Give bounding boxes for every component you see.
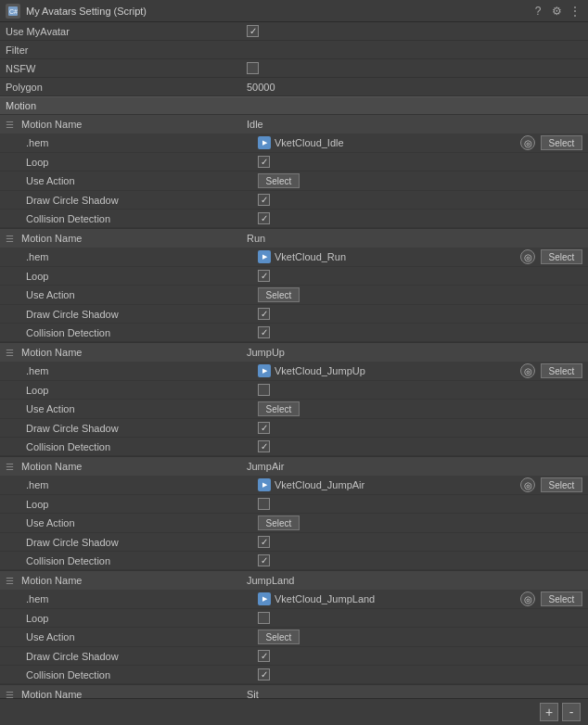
loop-checkbox-motion-jumpland[interactable] (258, 612, 270, 624)
motion-name-value-motion-jumpland: JumpLand (247, 575, 294, 586)
hem-label-motion-idle: .hem (17, 137, 258, 148)
motion-name-label-motion-run: Motion Name (21, 233, 82, 244)
motion-name-row-motion-idle: ☰Motion NameIdle (0, 115, 588, 134)
collision-detection-checkbox-motion-idle[interactable] (258, 212, 270, 224)
collision-detection-row-motion-jumpland: Collision Detection (0, 666, 588, 684)
checkbox-use-my-avatar[interactable] (247, 25, 259, 37)
motion-name-row-motion-jumpland: ☰Motion NameJumpLand (0, 571, 588, 590)
hem-icon-motion-jumpair: ▶ (258, 478, 271, 491)
loop-row-motion-jumpair: Loop (0, 495, 588, 514)
draw-circle-shadow-checkbox-motion-jumpair[interactable] (258, 536, 270, 548)
loop-row-motion-jumpland: Loop (0, 609, 588, 628)
motion-name-row-motion-jumpair: ☰Motion NameJumpAir (0, 457, 588, 476)
loop-checkbox-motion-idle[interactable] (258, 156, 270, 168)
collision-detection-label-motion-jumpland: Collision Detection (17, 669, 258, 680)
drag-handle-motion-idle[interactable]: ☰ (6, 120, 14, 130)
hem-target-btn-motion-jumpup[interactable]: ◎ (520, 363, 535, 378)
hem-name-motion-run: VketCloud_Run (275, 251, 517, 262)
checkbox-nsfw[interactable] (247, 62, 259, 74)
use-action-row-motion-run: Use ActionSelect (0, 286, 588, 305)
collision-detection-checkbox-motion-jumpup[interactable] (258, 440, 270, 452)
collision-detection-row-motion-jumpair: Collision Detection (0, 552, 588, 570)
hem-target-btn-motion-jumpland[interactable]: ◎ (520, 591, 535, 606)
row-use-my-avatar: Use MyAvatar (0, 22, 588, 41)
draw-circle-shadow-checkbox-motion-run[interactable] (258, 308, 270, 320)
hem-label-motion-jumpair: .hem (17, 479, 258, 490)
use-action-row-motion-jumpair: Use ActionSelect (0, 514, 588, 533)
label-nsfw: NSFW (6, 63, 247, 74)
hem-label-motion-jumpland: .hem (17, 593, 258, 604)
draw-circle-shadow-checkbox-motion-idle[interactable] (258, 194, 270, 206)
hem-row-motion-idle: .hem▶VketCloud_Idle◎Select (0, 134, 588, 153)
motion-group-motion-jumpup: ☰Motion NameJumpUp.hem▶VketCloud_JumpUp◎… (0, 343, 588, 457)
motion-name-label-motion-jumpup: Motion Name (21, 347, 82, 358)
hem-row-motion-jumpair: .hem▶VketCloud_JumpAir◎Select (0, 476, 588, 495)
draw-circle-shadow-label-motion-jumpair: Draw Circle Shadow (17, 537, 258, 548)
use-action-label-motion-jumpland: Use Action (17, 631, 258, 642)
loop-label-motion-run: Loop (17, 271, 258, 282)
use-action-label-motion-jumpair: Use Action (17, 517, 258, 528)
hem-select-btn-motion-run[interactable]: Select (541, 249, 582, 264)
use-action-select-btn-motion-idle[interactable]: Select (258, 173, 300, 188)
collision-detection-label-motion-run: Collision Detection (17, 327, 258, 338)
hem-icon-motion-jumpup: ▶ (258, 364, 271, 377)
motion-name-value-motion-run: Run (247, 233, 265, 244)
hem-target-btn-motion-jumpair[interactable]: ◎ (520, 477, 535, 492)
hem-icon-motion-idle: ▶ (258, 136, 271, 149)
hem-target-btn-motion-idle[interactable]: ◎ (520, 135, 535, 150)
draw-circle-shadow-checkbox-motion-jumpup[interactable] (258, 422, 270, 434)
draw-circle-shadow-row-motion-jumpair: Draw Circle Shadow (0, 533, 588, 552)
motion-name-row-motion-run: ☰Motion NameRun (0, 229, 588, 248)
use-action-select-btn-motion-run[interactable]: Select (258, 287, 300, 302)
drag-handle-motion-jumpup[interactable]: ☰ (6, 348, 14, 358)
help-button[interactable]: ? (530, 4, 545, 19)
use-action-label-motion-idle: Use Action (17, 175, 258, 186)
use-action-row-motion-jumpland: Use ActionSelect (0, 628, 588, 647)
collision-detection-row-motion-idle: Collision Detection (0, 210, 588, 228)
title-bar: C# My Avatars Setting (Script) ? ⚙ ⋮ (0, 0, 588, 22)
motion-group-motion-idle: ☰Motion NameIdle.hem▶VketCloud_Idle◎Sele… (0, 115, 588, 229)
hem-select-btn-motion-jumpair[interactable]: Select (541, 477, 582, 492)
draw-circle-shadow-row-motion-jumpup: Draw Circle Shadow (0, 419, 588, 438)
use-action-select-btn-motion-jumpair[interactable]: Select (258, 515, 300, 530)
bottom-bar: + - (0, 698, 588, 725)
hem-name-motion-idle: VketCloud_Idle (275, 137, 517, 148)
settings-button[interactable]: ⚙ (549, 4, 564, 19)
loop-checkbox-motion-run[interactable] (258, 270, 270, 282)
hem-name-motion-jumpland: VketCloud_JumpLand (275, 593, 517, 604)
hem-icon-motion-jumpland: ▶ (258, 592, 271, 605)
use-action-select-btn-motion-jumpland[interactable]: Select (258, 630, 300, 644)
hem-name-motion-jumpup: VketCloud_JumpUp (275, 365, 517, 376)
draw-circle-shadow-label-motion-jumpup: Draw Circle Shadow (17, 423, 258, 434)
svg-text:C#: C# (9, 8, 18, 15)
hem-select-btn-motion-jumpup[interactable]: Select (541, 363, 582, 378)
loop-checkbox-motion-jumpup[interactable] (258, 384, 270, 396)
value-polygon: 50000 (247, 82, 275, 93)
use-action-select-btn-motion-jumpup[interactable]: Select (258, 401, 300, 416)
loop-row-motion-run: Loop (0, 267, 588, 286)
use-action-label-motion-jumpup: Use Action (17, 403, 258, 414)
drag-handle-motion-jumpair[interactable]: ☰ (6, 462, 14, 472)
row-nsfw: NSFW (0, 59, 588, 78)
drag-handle-motion-run[interactable]: ☰ (6, 234, 14, 244)
draw-circle-shadow-checkbox-motion-jumpland[interactable] (258, 650, 270, 662)
hem-target-btn-motion-run[interactable]: ◎ (520, 249, 535, 264)
collision-detection-label-motion-idle: Collision Detection (17, 213, 258, 224)
motion-name-value-motion-jumpair: JumpAir (247, 461, 284, 472)
loop-checkbox-motion-jumpair[interactable] (258, 498, 270, 510)
draw-circle-shadow-label-motion-run: Draw Circle Shadow (17, 309, 258, 320)
motion-section-header: Motion (0, 96, 588, 115)
hem-select-btn-motion-jumpland[interactable]: Select (541, 591, 582, 606)
remove-motion-button[interactable]: - (562, 703, 581, 721)
collision-detection-checkbox-motion-jumpland[interactable] (258, 668, 270, 680)
add-motion-button[interactable]: + (540, 703, 558, 721)
use-action-row-motion-jumpup: Use ActionSelect (0, 400, 588, 419)
drag-handle-motion-jumpland[interactable]: ☰ (6, 576, 14, 586)
hem-select-btn-motion-idle[interactable]: Select (541, 135, 582, 150)
collision-detection-checkbox-motion-jumpair[interactable] (258, 554, 270, 566)
label-use-my-avatar: Use MyAvatar (6, 26, 247, 37)
title-bar-actions: ? ⚙ ⋮ (530, 4, 582, 19)
collision-detection-checkbox-motion-run[interactable] (258, 326, 270, 338)
hem-label-motion-run: .hem (17, 251, 258, 262)
overflow-button[interactable]: ⋮ (568, 4, 582, 19)
